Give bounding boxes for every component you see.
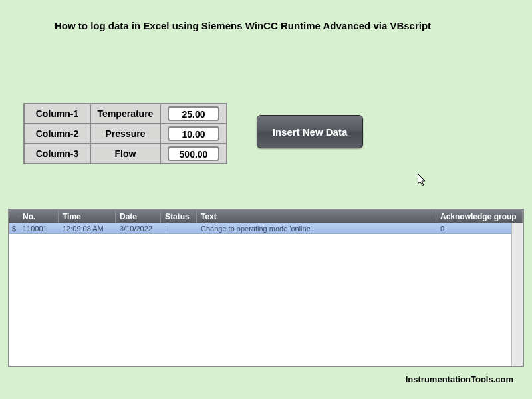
param-label-cell: Pressure [90, 124, 160, 144]
message-header-row: No. Time Date Status Text Acknowledge gr… [9, 210, 523, 223]
insert-new-data-button[interactable]: Insert New Data [257, 115, 363, 148]
col-id-cell: Column-2 [24, 124, 90, 144]
message-row[interactable]: $ 110001 12:09:08 AM 3/10/2022 I Change … [9, 223, 523, 234]
vertical-scrollbar[interactable] [511, 223, 523, 366]
footer-credit: InstrumentationTools.com [406, 374, 513, 384]
flow-value-input[interactable]: 500.00 [168, 146, 219, 161]
msg-cell-no: 110001 [19, 224, 59, 233]
value-cell: 10.00 [160, 124, 227, 144]
page-title: How to log data in Excel using Siemens W… [55, 20, 431, 31]
msg-header-ack[interactable]: Acknowledge group [436, 211, 523, 223]
data-row-pressure: Column-2 Pressure 10.00 [24, 124, 227, 144]
msg-cell-text: Change to operating mode 'online'. [197, 224, 436, 233]
msg-header-date[interactable]: Date [116, 211, 161, 223]
msg-header-no[interactable]: No. [19, 211, 59, 223]
param-label-cell: Flow [90, 144, 160, 164]
data-row-flow: Column-3 Flow 500.00 [24, 144, 227, 164]
col-id-cell: Column-3 [24, 144, 90, 164]
value-cell: 25.00 [160, 104, 227, 124]
param-label-cell: Temperature [90, 104, 160, 124]
msg-cell-date: 3/10/2022 [116, 224, 161, 233]
col-id-cell: Column-1 [24, 104, 90, 124]
msg-cell-status: I [161, 224, 197, 233]
msg-header-text[interactable]: Text [197, 211, 436, 223]
pressure-value-input[interactable]: 10.00 [168, 126, 219, 141]
msg-header-status[interactable]: Status [161, 211, 197, 223]
msg-header-sym[interactable] [9, 216, 19, 217]
message-panel: No. Time Date Status Text Acknowledge gr… [8, 209, 524, 367]
msg-cell-ack: 0 [436, 224, 523, 233]
temperature-value-input[interactable]: 25.00 [168, 106, 219, 121]
msg-header-time[interactable]: Time [59, 211, 116, 223]
cursor-icon [418, 174, 427, 187]
data-row-temperature: Column-1 Temperature 25.00 [24, 104, 227, 124]
data-input-table: Column-1 Temperature 25.00 Column-2 Pres… [23, 103, 227, 164]
msg-cell-time: 12:09:08 AM [59, 224, 116, 233]
value-cell: 500.00 [160, 144, 227, 164]
msg-cell-sym: $ [9, 224, 19, 233]
